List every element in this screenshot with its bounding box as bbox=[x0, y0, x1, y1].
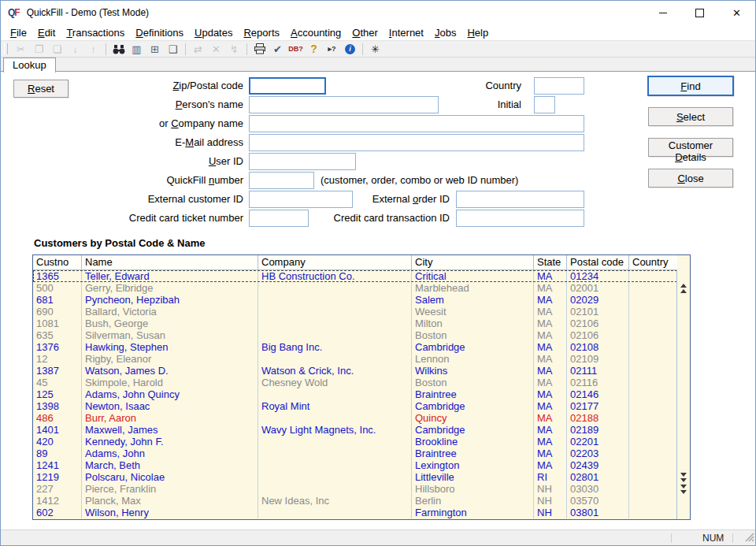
find-button[interactable]: Find bbox=[647, 76, 734, 96]
tab-lookup[interactable]: Lookup bbox=[3, 58, 56, 72]
table-row[interactable]: 500Gerry, ElbridgeMarbleheadMA02001 bbox=[33, 282, 677, 294]
menu-updates[interactable]: Updates bbox=[189, 25, 238, 40]
cell-state: MA bbox=[534, 436, 567, 448]
table-row[interactable]: 635Silverman, SusanBostonMA02106 bbox=[33, 329, 677, 341]
cell-postal: 02201 bbox=[567, 436, 629, 448]
context-help-icon[interactable]: ▸? bbox=[323, 42, 341, 57]
table-row[interactable]: 602Wilson, HenryFarmingtonNH03801 bbox=[33, 507, 677, 518]
cell-company: HB Construction Co. bbox=[258, 270, 412, 282]
cell-city: Milton bbox=[412, 318, 534, 329]
select-button[interactable]: Select bbox=[648, 107, 733, 126]
external-customer-id-label: External customer ID bbox=[32, 191, 243, 208]
cell-city: Farmington bbox=[412, 507, 534, 518]
cell-postal: 02439 bbox=[567, 459, 629, 471]
cc-transaction-id-input[interactable] bbox=[456, 210, 584, 227]
cell-name: Gerry, Elbridge bbox=[82, 282, 258, 294]
email-address-input[interactable] bbox=[249, 134, 584, 151]
customer-details-button[interactable]: Customer Details bbox=[648, 138, 733, 157]
menu-jobs[interactable]: Jobs bbox=[429, 25, 461, 40]
company-name-input[interactable] bbox=[249, 115, 584, 132]
resize-grip[interactable] bbox=[744, 532, 754, 544]
verify-icon[interactable]: ✔ bbox=[269, 42, 287, 57]
zip-postal-code-input[interactable] bbox=[249, 77, 326, 95]
find-icon[interactable] bbox=[109, 42, 128, 57]
cell-company bbox=[258, 294, 412, 306]
table-row[interactable]: 1376Hawking, StephenBig Bang Inc.Cambrid… bbox=[33, 341, 677, 353]
scroll-page-up-button[interactable] bbox=[678, 283, 688, 294]
table-row[interactable]: 1398Newton, IsaacRoyal MintCambridgeMA02… bbox=[33, 400, 677, 412]
cell-postal: 02177 bbox=[567, 400, 629, 412]
persons-name-input[interactable] bbox=[249, 96, 439, 113]
double-down-arrow-icon bbox=[680, 473, 687, 477]
cell-city: Lennon bbox=[412, 353, 534, 365]
menu-reports[interactable]: Reports bbox=[238, 25, 285, 40]
cell-name: Hawking, Stephen bbox=[82, 341, 258, 353]
menu-help[interactable]: Help bbox=[461, 25, 494, 40]
table-row[interactable]: 681Pyncheon, HepzibahSalemMA02029 bbox=[33, 294, 677, 306]
table-row[interactable]: 420Kennedy, John F.BrooklineMA02201 bbox=[33, 436, 677, 448]
menu-internet[interactable]: Internet bbox=[384, 25, 429, 40]
external-customer-id-input[interactable] bbox=[249, 191, 353, 208]
about-icon[interactable]: i bbox=[341, 42, 359, 57]
quickfill-number-input[interactable] bbox=[249, 172, 314, 189]
print-icon[interactable] bbox=[250, 42, 269, 57]
table-scrollbar[interactable] bbox=[676, 270, 690, 519]
cell-postal: 02029 bbox=[567, 294, 629, 306]
copy-record-icon[interactable]: ❑ bbox=[164, 42, 182, 57]
help-icon[interactable]: ? bbox=[305, 42, 323, 57]
table-heading: Customers by Postal Code & Name bbox=[34, 237, 205, 249]
maximize-button[interactable] bbox=[681, 1, 718, 24]
preview-icon[interactable]: ▥ bbox=[128, 42, 146, 57]
calculator-icon[interactable]: ⊞ bbox=[146, 42, 164, 57]
country-input[interactable] bbox=[534, 77, 584, 95]
menu-file[interactable]: File bbox=[5, 25, 32, 40]
column-header-state: State bbox=[534, 255, 567, 269]
user-id-input[interactable] bbox=[249, 153, 356, 170]
menu-transactions[interactable]: Transactions bbox=[61, 25, 130, 40]
table-row[interactable]: 690Ballard, VictoriaWeesitMA02101 bbox=[33, 306, 677, 318]
scroll-page-down-button[interactable] bbox=[678, 472, 688, 483]
toolbar-separator bbox=[246, 43, 247, 55]
table-row[interactable]: 1412Planck, MaxNew Ideas, IncBerlinNH035… bbox=[33, 495, 677, 507]
persons-name-label: Person's name bbox=[32, 96, 243, 113]
database-check-icon[interactable]: DB? bbox=[287, 42, 305, 57]
initial-input[interactable] bbox=[534, 96, 555, 113]
external-order-id-input[interactable] bbox=[456, 191, 584, 208]
cell-state: MA bbox=[534, 282, 567, 294]
initial-label: Initial bbox=[427, 96, 521, 113]
table-row[interactable]: 45Skimpole, HaroldChesney WoldBostonMA02… bbox=[33, 377, 677, 388]
cell-country bbox=[629, 448, 677, 459]
menu-edit[interactable]: Edit bbox=[32, 25, 61, 40]
whats-new-icon[interactable]: ✳ bbox=[366, 42, 384, 57]
table-row[interactable]: 89Adams, JohnBraintreeMA02203 bbox=[33, 448, 677, 459]
scroll-end-button[interactable] bbox=[678, 484, 688, 495]
table-row[interactable]: 1219Polscaru, NicolaeLittlevilleRI02801 bbox=[33, 471, 677, 483]
menu-other[interactable]: Other bbox=[346, 25, 384, 40]
cell-city: Weesit bbox=[412, 306, 534, 318]
column-header-country: Country bbox=[629, 255, 677, 269]
email-address-label: E-Mail address bbox=[32, 134, 243, 151]
table-row[interactable]: 1081Bush, GeorgeMiltonMA02106 bbox=[33, 318, 677, 329]
table-row[interactable]: 125Adams, John QuincyBraintreeMA02146 bbox=[33, 388, 677, 400]
toolbar-gripper[interactable] bbox=[4, 43, 8, 54]
cell-country bbox=[629, 377, 677, 388]
cc-ticket-number-label: Credit card ticket number bbox=[32, 210, 243, 227]
table-row[interactable]: 1387Watson, James D.Watson & Crick, Inc.… bbox=[33, 365, 677, 377]
cell-country bbox=[629, 424, 677, 436]
minimize-button[interactable] bbox=[644, 1, 681, 24]
cc-ticket-number-input[interactable] bbox=[249, 210, 309, 227]
table-row[interactable]: 1401Maxwell, JamesWavy Light Magnets, In… bbox=[33, 424, 677, 436]
table-row[interactable]: 227Pierce, FranklinHillsboroNH03030 bbox=[33, 483, 677, 495]
table-row[interactable]: 486Burr, AaronQuincyMA02188 bbox=[33, 412, 677, 424]
menu-definitions[interactable]: Definitions bbox=[130, 25, 189, 40]
table-row[interactable]: 1241March, BethLexingtonMA02439 bbox=[33, 459, 677, 471]
reset-button[interactable]: Reset bbox=[13, 80, 69, 98]
menu-accounting[interactable]: Accounting bbox=[285, 25, 346, 40]
cell-state: MA bbox=[534, 388, 567, 400]
cell-city: Lexington bbox=[412, 459, 534, 471]
close-dialog-button[interactable]: Close bbox=[648, 169, 733, 188]
table-row[interactable]: 1365Teller, EdwardHB Construction Co.Cri… bbox=[33, 270, 677, 282]
close-button[interactable]: ✕ bbox=[718, 1, 755, 24]
table-row[interactable]: 12Rigby, EleanorLennonMA02109 bbox=[33, 353, 677, 365]
app-window: QF QuickFill - Demo (Test Mode) ✕ FileEd… bbox=[0, 0, 756, 546]
